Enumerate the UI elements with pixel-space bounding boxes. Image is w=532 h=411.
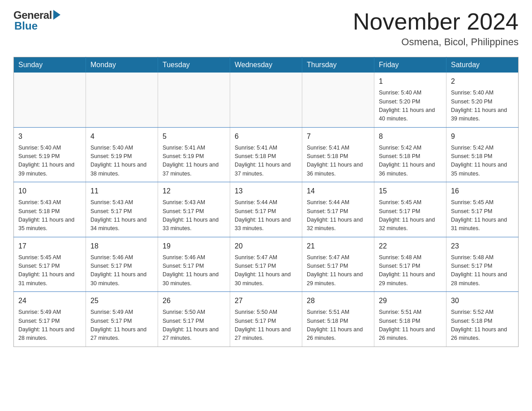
calendar-cell: 5Sunrise: 5:41 AMSunset: 5:19 PMDaylight… <box>158 127 230 182</box>
day-info: Sunrise: 5:50 AMSunset: 5:17 PMDaylight:… <box>235 308 297 343</box>
day-number: 18 <box>90 241 153 252</box>
logo: General Blue <box>13 9 60 32</box>
day-info: Sunrise: 5:44 AMSunset: 5:17 PMDaylight:… <box>307 198 369 233</box>
day-number: 28 <box>307 295 369 306</box>
calendar-cell: 2Sunrise: 5:40 AMSunset: 5:20 PMDaylight… <box>446 73 519 127</box>
day-number: 17 <box>18 241 81 252</box>
day-number: 23 <box>451 241 514 252</box>
day-number: 26 <box>163 295 225 306</box>
day-number: 4 <box>90 131 153 142</box>
day-number: 15 <box>379 186 442 197</box>
day-info: Sunrise: 5:44 AMSunset: 5:17 PMDaylight:… <box>235 198 297 233</box>
day-info: Sunrise: 5:51 AMSunset: 5:18 PMDaylight:… <box>379 308 442 343</box>
day-number: 13 <box>235 186 297 197</box>
day-number: 2 <box>451 76 514 87</box>
calendar-cell: 17Sunrise: 5:45 AMSunset: 5:17 PMDayligh… <box>14 237 86 292</box>
calendar-header-row: SundayMondayTuesdayWednesdayThursdayFrid… <box>14 57 519 73</box>
day-number: 1 <box>379 76 442 87</box>
calendar-cell: 14Sunrise: 5:44 AMSunset: 5:17 PMDayligh… <box>302 182 374 237</box>
day-number: 5 <box>163 131 225 142</box>
calendar-cell: 23Sunrise: 5:48 AMSunset: 5:17 PMDayligh… <box>446 237 519 292</box>
calendar-week-row: 3Sunrise: 5:40 AMSunset: 5:19 PMDaylight… <box>14 127 519 182</box>
day-number: 3 <box>18 131 81 142</box>
day-number: 19 <box>163 241 225 252</box>
calendar-cell: 4Sunrise: 5:40 AMSunset: 5:19 PMDaylight… <box>86 127 158 182</box>
day-number: 27 <box>235 295 297 306</box>
day-number: 14 <box>307 186 369 197</box>
column-header-wednesday: Wednesday <box>230 57 302 73</box>
day-info: Sunrise: 5:46 AMSunset: 5:17 PMDaylight:… <box>163 253 225 288</box>
day-info: Sunrise: 5:45 AMSunset: 5:17 PMDaylight:… <box>18 253 81 288</box>
calendar-cell: 15Sunrise: 5:45 AMSunset: 5:17 PMDayligh… <box>374 182 446 237</box>
calendar-cell: 12Sunrise: 5:43 AMSunset: 5:17 PMDayligh… <box>158 182 230 237</box>
calendar-cell: 3Sunrise: 5:40 AMSunset: 5:19 PMDaylight… <box>14 127 86 182</box>
calendar-week-row: 17Sunrise: 5:45 AMSunset: 5:17 PMDayligh… <box>14 237 519 292</box>
logo-blue-text: Blue <box>13 20 38 32</box>
calendar-cell: 7Sunrise: 5:41 AMSunset: 5:18 PMDaylight… <box>302 127 374 182</box>
calendar-cell <box>14 73 86 127</box>
calendar-table: SundayMondayTuesdayWednesdayThursdayFrid… <box>13 57 519 347</box>
day-number: 20 <box>235 241 297 252</box>
calendar-cell: 9Sunrise: 5:42 AMSunset: 5:18 PMDaylight… <box>446 127 519 182</box>
day-info: Sunrise: 5:47 AMSunset: 5:17 PMDaylight:… <box>235 253 297 288</box>
calendar-cell: 21Sunrise: 5:47 AMSunset: 5:17 PMDayligh… <box>302 237 374 292</box>
column-header-thursday: Thursday <box>302 57 374 73</box>
day-number: 22 <box>379 241 442 252</box>
column-header-tuesday: Tuesday <box>158 57 230 73</box>
day-number: 16 <box>451 186 514 197</box>
calendar-cell: 6Sunrise: 5:41 AMSunset: 5:18 PMDaylight… <box>230 127 302 182</box>
calendar-cell <box>302 73 374 127</box>
day-number: 8 <box>379 131 442 142</box>
day-info: Sunrise: 5:49 AMSunset: 5:17 PMDaylight:… <box>18 308 81 343</box>
day-info: Sunrise: 5:48 AMSunset: 5:17 PMDaylight:… <box>451 253 514 288</box>
day-info: Sunrise: 5:40 AMSunset: 5:19 PMDaylight:… <box>18 144 81 179</box>
calendar-cell: 10Sunrise: 5:43 AMSunset: 5:18 PMDayligh… <box>14 182 86 237</box>
calendar-cell: 22Sunrise: 5:48 AMSunset: 5:17 PMDayligh… <box>374 237 446 292</box>
day-info: Sunrise: 5:47 AMSunset: 5:17 PMDaylight:… <box>307 253 369 288</box>
month-title: November 2024 <box>353 9 519 34</box>
day-info: Sunrise: 5:41 AMSunset: 5:19 PMDaylight:… <box>163 144 225 179</box>
calendar-cell: 26Sunrise: 5:50 AMSunset: 5:17 PMDayligh… <box>158 292 230 347</box>
calendar-cell <box>230 73 302 127</box>
day-number: 10 <box>18 186 81 197</box>
day-info: Sunrise: 5:42 AMSunset: 5:18 PMDaylight:… <box>379 144 442 179</box>
logo-arrow-icon <box>53 10 60 20</box>
location-title: Osmena, Bicol, Philippines <box>353 36 519 48</box>
calendar-cell: 30Sunrise: 5:52 AMSunset: 5:18 PMDayligh… <box>446 292 519 347</box>
day-info: Sunrise: 5:40 AMSunset: 5:20 PMDaylight:… <box>451 89 514 124</box>
column-header-monday: Monday <box>86 57 158 73</box>
day-number: 21 <box>307 241 369 252</box>
calendar-cell <box>86 73 158 127</box>
day-number: 7 <box>307 131 369 142</box>
day-info: Sunrise: 5:40 AMSunset: 5:19 PMDaylight:… <box>90 144 153 179</box>
day-info: Sunrise: 5:51 AMSunset: 5:18 PMDaylight:… <box>307 308 369 343</box>
day-info: Sunrise: 5:50 AMSunset: 5:17 PMDaylight:… <box>163 308 225 343</box>
day-number: 29 <box>379 295 442 306</box>
day-info: Sunrise: 5:46 AMSunset: 5:17 PMDaylight:… <box>90 253 153 288</box>
calendar-cell: 19Sunrise: 5:46 AMSunset: 5:17 PMDayligh… <box>158 237 230 292</box>
page-header: General Blue November 2024 Osmena, Bicol… <box>13 9 519 48</box>
calendar-cell: 25Sunrise: 5:49 AMSunset: 5:17 PMDayligh… <box>86 292 158 347</box>
calendar-week-row: 10Sunrise: 5:43 AMSunset: 5:18 PMDayligh… <box>14 182 519 237</box>
day-number: 24 <box>18 295 81 306</box>
column-header-sunday: Sunday <box>14 57 86 73</box>
calendar-cell <box>158 73 230 127</box>
calendar-cell: 18Sunrise: 5:46 AMSunset: 5:17 PMDayligh… <box>86 237 158 292</box>
day-info: Sunrise: 5:45 AMSunset: 5:17 PMDaylight:… <box>379 198 442 233</box>
calendar-cell: 28Sunrise: 5:51 AMSunset: 5:18 PMDayligh… <box>302 292 374 347</box>
calendar-cell: 20Sunrise: 5:47 AMSunset: 5:17 PMDayligh… <box>230 237 302 292</box>
day-info: Sunrise: 5:45 AMSunset: 5:17 PMDaylight:… <box>451 198 514 233</box>
calendar-week-row: 24Sunrise: 5:49 AMSunset: 5:17 PMDayligh… <box>14 292 519 347</box>
calendar-cell: 13Sunrise: 5:44 AMSunset: 5:17 PMDayligh… <box>230 182 302 237</box>
day-info: Sunrise: 5:42 AMSunset: 5:18 PMDaylight:… <box>451 144 514 179</box>
day-info: Sunrise: 5:48 AMSunset: 5:17 PMDaylight:… <box>379 253 442 288</box>
day-info: Sunrise: 5:52 AMSunset: 5:18 PMDaylight:… <box>451 308 514 343</box>
calendar-cell: 27Sunrise: 5:50 AMSunset: 5:17 PMDayligh… <box>230 292 302 347</box>
calendar-cell: 16Sunrise: 5:45 AMSunset: 5:17 PMDayligh… <box>446 182 519 237</box>
day-info: Sunrise: 5:43 AMSunset: 5:17 PMDaylight:… <box>163 198 225 233</box>
day-info: Sunrise: 5:49 AMSunset: 5:17 PMDaylight:… <box>90 308 153 343</box>
column-header-saturday: Saturday <box>446 57 519 73</box>
calendar-cell: 11Sunrise: 5:43 AMSunset: 5:17 PMDayligh… <box>86 182 158 237</box>
day-number: 11 <box>90 186 153 197</box>
day-number: 25 <box>90 295 153 306</box>
